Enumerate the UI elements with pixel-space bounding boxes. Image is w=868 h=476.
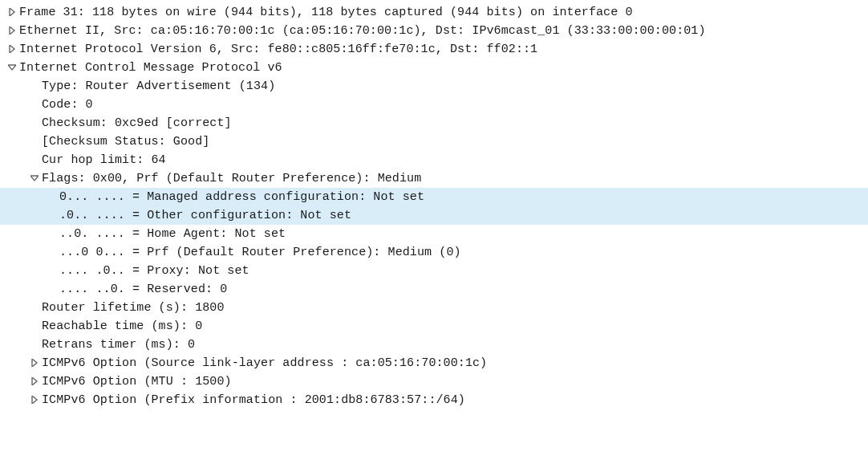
flag-reserved[interactable]: .... ..0. = Reserved: 0 bbox=[0, 280, 868, 299]
tree-label: Frame 31: 118 bytes on wire (944 bits), … bbox=[19, 3, 633, 22]
tree-label: Internet Control Message Protocol v6 bbox=[19, 59, 282, 77]
tree-row-frame[interactable]: Frame 31: 118 bytes on wire (944 bits), … bbox=[0, 3, 868, 22]
flag-prf[interactable]: ...0 0... = Prf (Default Router Preferen… bbox=[0, 243, 868, 262]
flag-other[interactable]: .0.. .... = Other configuration: Not set bbox=[0, 206, 868, 225]
chevron-right-icon[interactable] bbox=[27, 372, 42, 391]
field-reachable-time[interactable]: Reachable time (ms): 0 bbox=[0, 317, 868, 336]
tree-row-option-lladdr[interactable]: ICMPv6 Option (Source link-layer address… bbox=[0, 354, 868, 372]
field-checksum[interactable]: Checksum: 0xc9ed [correct] bbox=[0, 114, 868, 132]
tree-row-ethernet[interactable]: Ethernet II, Src: ca:05:16:70:00:1c (ca:… bbox=[0, 22, 868, 40]
field-text: Reachable time (ms): 0 bbox=[42, 317, 202, 336]
tree-label: Internet Protocol Version 6, Src: fe80::… bbox=[19, 40, 537, 59]
tree-row-option-mtu[interactable]: ICMPv6 Option (MTU : 1500) bbox=[0, 372, 868, 391]
chevron-right-icon[interactable] bbox=[5, 3, 19, 22]
field-checksum-status[interactable]: [Checksum Status: Good] bbox=[0, 132, 868, 151]
field-text: .... ..0. = Reserved: 0 bbox=[59, 280, 227, 299]
chevron-right-icon[interactable] bbox=[27, 391, 42, 409]
field-text: [Checksum Status: Good] bbox=[42, 132, 209, 151]
field-text: Retrans timer (ms): 0 bbox=[42, 336, 195, 354]
field-hop-limit[interactable]: Cur hop limit: 64 bbox=[0, 151, 868, 169]
tree-row-ipv6[interactable]: Internet Protocol Version 6, Src: fe80::… bbox=[0, 40, 868, 59]
tree-label: ICMPv6 Option (Source link-layer address… bbox=[42, 354, 487, 372]
tree-label: ICMPv6 Option (MTU : 1500) bbox=[42, 372, 232, 391]
flag-managed[interactable]: 0... .... = Managed address configuratio… bbox=[0, 188, 868, 206]
field-text: Checksum: 0xc9ed [correct] bbox=[42, 114, 232, 132]
chevron-down-icon[interactable] bbox=[27, 169, 42, 188]
tree-row-icmpv6[interactable]: Internet Control Message Protocol v6 bbox=[0, 59, 868, 77]
flag-home-agent[interactable]: ..0. .... = Home Agent: Not set bbox=[0, 225, 868, 243]
chevron-right-icon[interactable] bbox=[5, 40, 19, 59]
field-text: 0... .... = Managed address configuratio… bbox=[59, 188, 424, 206]
field-code[interactable]: Code: 0 bbox=[0, 96, 868, 114]
field-type[interactable]: Type: Router Advertisement (134) bbox=[0, 77, 868, 96]
chevron-down-icon[interactable] bbox=[5, 59, 19, 77]
field-text: .0.. .... = Other configuration: Not set bbox=[59, 206, 351, 225]
tree-label: Ethernet II, Src: ca:05:16:70:00:1c (ca:… bbox=[19, 22, 706, 40]
field-text: .... .0.. = Proxy: Not set bbox=[59, 262, 249, 280]
chevron-right-icon[interactable] bbox=[27, 354, 42, 372]
field-text: ..0. .... = Home Agent: Not set bbox=[59, 225, 286, 243]
field-text: Type: Router Advertisement (134) bbox=[42, 77, 275, 96]
flag-proxy[interactable]: .... .0.. = Proxy: Not set bbox=[0, 262, 868, 280]
chevron-right-icon[interactable] bbox=[5, 22, 19, 40]
field-text: Router lifetime (s): 1800 bbox=[42, 299, 225, 317]
field-retrans-timer[interactable]: Retrans timer (ms): 0 bbox=[0, 336, 868, 354]
tree-label: ICMPv6 Option (Prefix information : 2001… bbox=[42, 391, 465, 409]
field-router-lifetime[interactable]: Router lifetime (s): 1800 bbox=[0, 299, 868, 317]
field-text: Code: 0 bbox=[42, 96, 93, 114]
tree-label: Flags: 0x00, Prf (Default Router Prefere… bbox=[42, 169, 421, 188]
tree-row-flags[interactable]: Flags: 0x00, Prf (Default Router Prefere… bbox=[0, 169, 868, 188]
field-text: ...0 0... = Prf (Default Router Preferen… bbox=[59, 243, 461, 262]
field-text: Cur hop limit: 64 bbox=[42, 151, 166, 169]
tree-row-option-prefix[interactable]: ICMPv6 Option (Prefix information : 2001… bbox=[0, 391, 868, 409]
